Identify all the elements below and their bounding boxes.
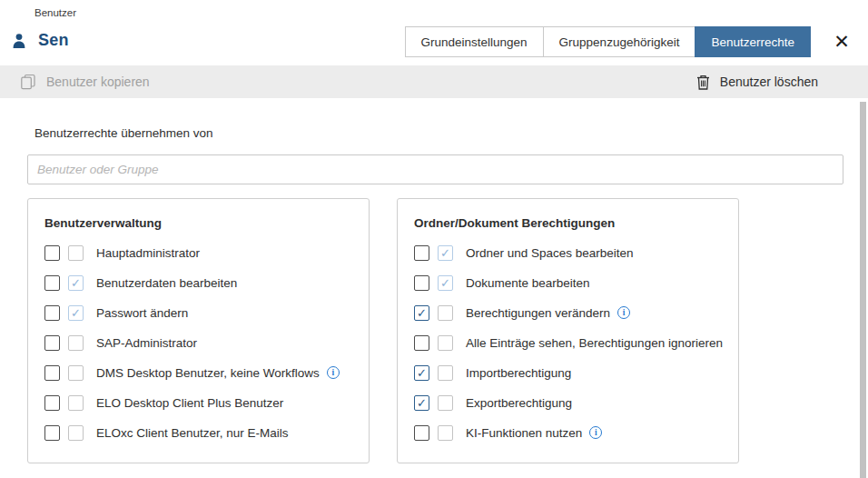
permission-label: ELOxc Client Benutzer, nur E-Mails (96, 426, 289, 440)
inherited-right-checkbox[interactable]: ✓ (68, 305, 84, 321)
inherited-right-checkbox[interactable] (438, 365, 453, 381)
own-right-checkbox[interactable] (44, 245, 60, 261)
page-title: Sen (38, 31, 69, 50)
info-icon[interactable]: i (327, 366, 340, 379)
trash-icon (696, 75, 710, 90)
inherited-right-checkbox[interactable] (68, 335, 84, 351)
permission-row: ELO Desktop Client Plus Benutzer (44, 393, 358, 412)
copy-user-label: Benutzer kopieren (46, 75, 150, 89)
own-right-checkbox[interactable] (44, 425, 60, 441)
own-right-checkbox[interactable] (44, 365, 60, 381)
own-right-checkbox[interactable]: ✓ (414, 305, 429, 321)
permission-row: ELOxc Client Benutzer, nur E-Mails (44, 423, 358, 442)
permission-row: ✓Exportberechtigung (414, 393, 727, 412)
copy-user-button[interactable]: Benutzer kopieren (20, 74, 150, 90)
delete-user-button[interactable]: Benutzer löschen (696, 75, 818, 90)
inherited-right-checkbox[interactable] (68, 425, 84, 441)
panel-ordner-dokument-berechtigungen: Ordner/Dokument Berechtigungen ✓Ordner u… (397, 198, 739, 463)
inherit-rights-label: Benutzerrechte übernehmen von (35, 126, 213, 140)
permission-label: Alle Einträge sehen, Berechtigungen igno… (466, 336, 723, 350)
close-icon[interactable]: ✕ (831, 30, 853, 52)
inherited-right-checkbox[interactable] (438, 395, 453, 411)
permission-label: Benutzerdaten bearbeiten (96, 276, 237, 290)
inherited-right-checkbox[interactable]: ✓ (438, 275, 453, 291)
own-right-checkbox[interactable] (414, 425, 429, 441)
permission-label: Importberechtigung (466, 366, 571, 380)
permission-list: ✓Ordner und Spaces bearbeiten✓Dokumente … (414, 244, 727, 442)
permission-row: Hauptadministrator (44, 244, 358, 262)
own-right-checkbox[interactable]: ✓ (414, 395, 429, 411)
permission-row: DMS Desktop Benutzer, keine Workflowsi (44, 363, 358, 382)
permission-label: Passwort ändern (96, 306, 188, 320)
breadcrumb: Benutzer (35, 7, 76, 18)
permission-label: KI-Funktionen nutzen (466, 426, 582, 440)
permission-label: Exportberechtigung (466, 396, 572, 410)
own-right-checkbox[interactable] (414, 245, 429, 261)
delete-user-label: Benutzer löschen (720, 75, 818, 89)
inherited-right-checkbox[interactable]: ✓ (438, 245, 453, 261)
permission-label: Hauptadministrator (96, 246, 200, 260)
inherited-right-checkbox[interactable] (438, 305, 453, 321)
user-or-group-input[interactable] (27, 154, 843, 184)
own-right-checkbox[interactable]: ✓ (414, 365, 429, 381)
permission-label: SAP-Administrator (96, 336, 197, 350)
permission-row: KI-Funktionen nutzeni (414, 423, 727, 442)
own-right-checkbox[interactable] (414, 275, 429, 291)
own-right-checkbox[interactable] (44, 275, 60, 291)
permission-row: ✓Benutzerdaten bearbeiten (44, 274, 358, 292)
permission-row: ✓Passwort ändern (44, 304, 358, 322)
toolbar: Benutzer kopieren Benutzer löschen (0, 65, 868, 98)
panel-title: Benutzerverwaltung (44, 216, 162, 230)
permission-label: Ordner und Spaces bearbeiten (466, 246, 634, 260)
copy-icon (20, 74, 36, 90)
user-icon (11, 33, 27, 49)
panel-title: Ordner/Dokument Berechtigungen (414, 216, 615, 230)
permission-row: Alle Einträge sehen, Berechtigungen igno… (414, 334, 727, 352)
permission-row: SAP-Administrator (44, 334, 358, 352)
inherited-right-checkbox[interactable] (68, 395, 84, 411)
tab-grundeinstellungen[interactable]: Grundeinstellungen (405, 26, 544, 57)
info-icon[interactable]: i (589, 426, 602, 439)
tab-benutzerrechte[interactable]: Benutzerrechte (695, 26, 811, 57)
inherited-right-checkbox[interactable]: ✓ (68, 275, 84, 291)
inherited-right-checkbox[interactable] (438, 335, 453, 351)
permission-row: ✓Ordner und Spaces bearbeiten (414, 244, 727, 262)
own-right-checkbox[interactable] (44, 305, 60, 321)
scrollbar[interactable] (857, 100, 868, 478)
permission-label: ELO Desktop Client Plus Benutzer (96, 396, 283, 410)
permission-label: Dokumente bearbeiten (466, 276, 590, 290)
info-icon[interactable]: i (617, 306, 630, 319)
scrollbar-thumb[interactable] (860, 102, 866, 478)
permission-list: Hauptadministrator✓Benutzerdaten bearbei… (44, 244, 358, 442)
permission-row: ✓Berechtigungen veränderni (414, 304, 727, 322)
own-right-checkbox[interactable] (414, 335, 429, 351)
own-right-checkbox[interactable] (44, 395, 60, 411)
tab-bar: Grundeinstellungen Gruppenzugehörigkeit … (405, 26, 812, 57)
permission-row: ✓Importberechtigung (414, 363, 727, 382)
inherited-right-checkbox[interactable] (68, 365, 84, 381)
permission-label: DMS Desktop Benutzer, keine Workflows (96, 366, 320, 380)
inherited-right-checkbox[interactable] (68, 245, 84, 261)
tab-gruppenzugehoerigkeit[interactable]: Gruppenzugehörigkeit (543, 26, 696, 57)
own-right-checkbox[interactable] (44, 335, 60, 351)
dialog-header: Benutzer Sen Grundeinstellungen Gruppenz… (0, 0, 868, 65)
panel-benutzerverwaltung: Benutzerverwaltung Hauptadministrator✓Be… (27, 198, 370, 463)
permission-label: Berechtigungen verändern (466, 306, 610, 320)
inherited-right-checkbox[interactable] (438, 425, 453, 441)
permission-row: ✓Dokumente bearbeiten (414, 274, 727, 292)
